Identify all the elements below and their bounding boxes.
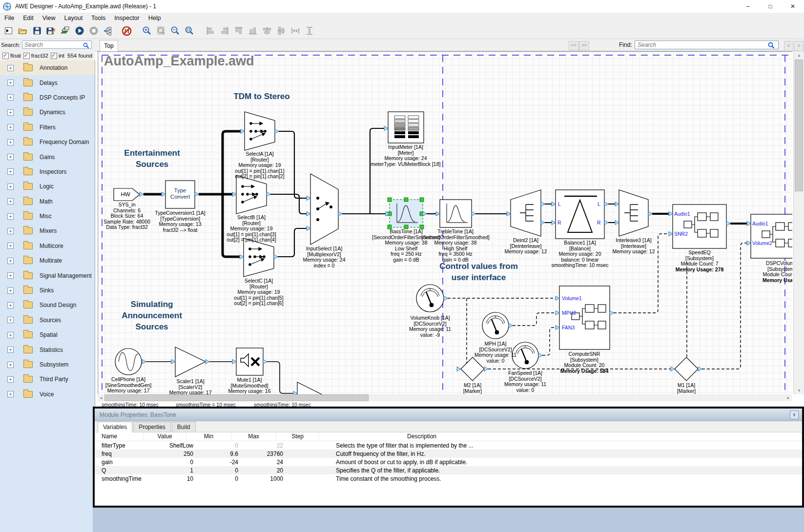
- expand-icon[interactable]: +: [7, 376, 14, 383]
- sidebar-item-voice[interactable]: +Voice: [0, 387, 95, 402]
- block-balance1[interactable]: [556, 190, 604, 239]
- int-checkbox[interactable]: [51, 53, 57, 59]
- menu-edit[interactable]: Edit: [19, 15, 38, 21]
- block-mute1[interactable]: [236, 348, 263, 375]
- sidebar-item-subsystem[interactable]: +Subsystem: [0, 357, 95, 372]
- schematic-canvas[interactable]: AutoAmp_Example.awd TDM to Stereo Entert…: [98, 51, 792, 395]
- expand-icon[interactable]: +: [7, 258, 14, 264]
- expand-icon[interactable]: +: [7, 243, 14, 249]
- block-selectc[interactable]: [244, 238, 274, 277]
- vscroll-thumb[interactable]: [795, 60, 803, 191]
- sidebar-item-annotation[interactable]: +Annotation: [0, 61, 95, 75]
- sidebar-item-mixers[interactable]: +Mixers: [0, 224, 95, 238]
- block-interleave3[interactable]: [619, 190, 648, 236]
- build-run-button[interactable]: [59, 24, 72, 38]
- block-cellphone[interactable]: [115, 348, 142, 375]
- block-volumeknob[interactable]: [416, 285, 444, 312]
- sidebar-item-dynamics[interactable]: +Dynamics: [0, 105, 95, 120]
- expand-icon[interactable]: +: [7, 287, 14, 294]
- expand-icon[interactable]: +: [7, 362, 14, 368]
- sidebar-item-delays[interactable]: +Delays: [0, 75, 95, 90]
- sidebar-item-gains[interactable]: +Gains: [0, 149, 95, 164]
- zoom-window-button[interactable]: [183, 24, 196, 38]
- value-cell[interactable]: ShelfLow: [150, 442, 193, 449]
- align-right-button[interactable]: [218, 24, 231, 38]
- scroll-left-icon[interactable]: ◄: [99, 396, 103, 400]
- expand-icon[interactable]: +: [7, 347, 14, 353]
- sidebar-item-signal-management[interactable]: +Signal Management: [0, 268, 95, 283]
- close-button[interactable]: ✕: [782, 0, 804, 13]
- align-bottom-button[interactable]: [246, 24, 259, 38]
- propagate-changes-button[interactable]: [101, 24, 114, 38]
- expand-icon[interactable]: +: [7, 109, 14, 116]
- sidebar-item-misc[interactable]: +Misc: [0, 209, 95, 224]
- find-next-button[interactable]: >>: [579, 41, 589, 50]
- play-button[interactable]: [73, 24, 86, 38]
- expand-icon[interactable]: +: [7, 184, 14, 190]
- float-checkbox[interactable]: [2, 53, 9, 59]
- menu-layout[interactable]: Layout: [60, 15, 87, 21]
- block-scaler2-clipped[interactable]: [297, 382, 327, 395]
- space-vertical-button[interactable]: [303, 24, 316, 38]
- expand-icon[interactable]: +: [7, 80, 14, 86]
- stop-button[interactable]: [87, 24, 100, 38]
- block-basstone-selected[interactable]: [388, 198, 424, 229]
- panel-title-bar[interactable]: Module Properties: BassTone x: [95, 409, 802, 421]
- maximize-button[interactable]: □: [759, 0, 782, 13]
- align-top-button[interactable]: [232, 24, 245, 38]
- expand-icon[interactable]: +: [7, 154, 14, 160]
- sidebar-item-statistics[interactable]: +Statistics: [0, 342, 95, 357]
- zoom-in-button[interactable]: [140, 24, 153, 38]
- sidebar-item-sinks[interactable]: +Sinks: [0, 283, 95, 298]
- menu-file[interactable]: File: [0, 15, 19, 21]
- menu-tools[interactable]: Tools: [87, 15, 110, 21]
- tab-build[interactable]: Build: [172, 422, 196, 432]
- sidebar-item-logic[interactable]: +Logic: [0, 179, 95, 194]
- tab-variables[interactable]: Variables: [98, 422, 132, 432]
- expand-icon[interactable]: +: [7, 198, 14, 205]
- sidebar-item-spatial[interactable]: +Spatial: [0, 327, 95, 342]
- expand-icon[interactable]: +: [7, 332, 14, 338]
- scroll-down-icon[interactable]: ▼: [797, 389, 801, 393]
- save-button[interactable]: [30, 24, 43, 38]
- save-as-button[interactable]: [44, 24, 58, 38]
- menu-help[interactable]: Help: [144, 15, 165, 21]
- sidebar-item-sound-design[interactable]: +Sound Design: [0, 298, 95, 312]
- module-search-input[interactable]: [22, 41, 92, 49]
- table-row[interactable]: smoothingTime 10 0 1000 Time constant of…: [95, 474, 802, 483]
- halt-audio-button[interactable]: [120, 24, 133, 38]
- expand-icon[interactable]: +: [7, 65, 14, 71]
- tab-top[interactable]: Top: [100, 40, 118, 52]
- space-horizontal-button[interactable]: [289, 24, 302, 38]
- fract32-checkbox[interactable]: [23, 53, 30, 59]
- find-input[interactable]: [635, 41, 779, 49]
- sidebar-item-filters[interactable]: +Filters: [0, 120, 95, 135]
- table-row[interactable]: Q 1 0 20 Specifies the Q of the filter, …: [95, 466, 802, 474]
- block-inputselect[interactable]: [310, 174, 338, 245]
- value-cell[interactable]: 1: [150, 467, 193, 474]
- nav-back-button[interactable]: <: [784, 41, 793, 51]
- sidebar-item-frequency-domain[interactable]: +Frequency Domain: [0, 135, 95, 149]
- zoom-fit-button[interactable]: [154, 24, 167, 38]
- sidebar-item-sources[interactable]: +Sources: [0, 313, 95, 327]
- expand-icon[interactable]: +: [7, 391, 14, 397]
- expand-icon[interactable]: +: [7, 302, 14, 308]
- block-scaler1[interactable]: [175, 347, 206, 377]
- sidebar-item-dsp-concepts-ip[interactable]: +DSP Concepts IP: [0, 90, 95, 105]
- table-row[interactable]: filterType ShelfLow 0 22 Selects the typ…: [95, 441, 802, 450]
- scroll-right-icon[interactable]: ►: [786, 396, 790, 400]
- sidebar-item-third-party[interactable]: +Third Party: [0, 372, 95, 387]
- sidebar-item-math[interactable]: +Math: [0, 194, 95, 209]
- hscroll-thumb[interactable]: [104, 394, 369, 401]
- expand-icon[interactable]: +: [7, 168, 14, 175]
- expand-icon[interactable]: +: [7, 272, 14, 279]
- find-prev-button[interactable]: <<: [569, 41, 579, 50]
- open-button[interactable]: [16, 24, 29, 38]
- table-row[interactable]: freq 250 9.6 23760 Cutoff frequency of t…: [95, 450, 802, 458]
- tab-properties[interactable]: Properties: [133, 422, 171, 432]
- value-cell[interactable]: 250: [150, 450, 193, 457]
- expand-icon[interactable]: +: [7, 139, 14, 145]
- canvas-vertical-scrollbar[interactable]: ▲ ▼: [793, 51, 804, 394]
- expand-icon[interactable]: +: [7, 124, 14, 130]
- canvas-horizontal-scrollbar[interactable]: ◄ ►: [98, 394, 792, 401]
